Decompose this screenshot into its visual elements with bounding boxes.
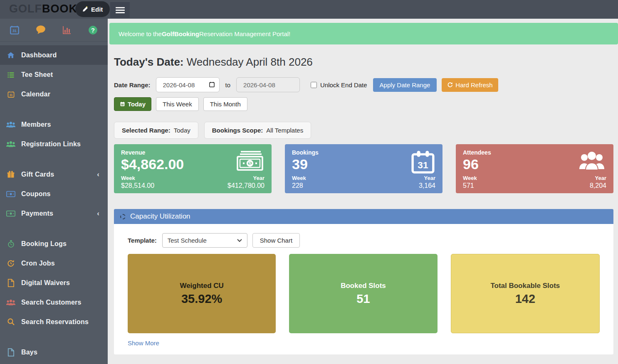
sidebar-item-dashboard[interactable]: Dashboard [0, 45, 108, 65]
sidebar-item-label: Dashboard [21, 52, 57, 59]
file-icon [5, 278, 16, 288]
revenue-year: Year$412,780.00 [227, 175, 265, 189]
sidebar-quick-icons: 31 ? [0, 19, 108, 42]
svg-text:?: ? [91, 27, 95, 33]
capacity-cards: Weighted CU 35.92% Booked Slots 51 Total… [128, 254, 600, 333]
chevron-down-icon [237, 239, 242, 242]
total-bookable-slots-label: Total Bookable Slots [490, 282, 560, 290]
todays-date-label: Today's Date: [114, 56, 184, 68]
year-label: Year [227, 175, 265, 181]
money-bill-icon: $ [236, 150, 264, 173]
banner-prefix: Welcome to the [119, 30, 162, 37]
sidebar-item-payments[interactable]: Payments ‹ [0, 204, 108, 223]
calendar-picker-icon[interactable] [209, 81, 215, 89]
hard-refresh-label: Hard Refresh [455, 81, 492, 89]
revenue-week: Week$28,514.00 [121, 175, 154, 189]
page-title: Today's Date: Wednesday April 8th 2026 [114, 56, 613, 69]
booked-slots-card: Booked Slots 51 [289, 254, 437, 333]
start-date-wrap [156, 77, 220, 92]
sidebar-item-booking-logs[interactable]: Booking Logs [0, 234, 108, 253]
today-button[interactable]: Today [114, 97, 151, 111]
hard-refresh-button[interactable]: Hard Refresh [442, 78, 498, 92]
week-value: 228 [292, 182, 306, 189]
capacity-panel-title: Capacity Utilization [130, 212, 190, 221]
attendees-week: Week571 [463, 175, 477, 189]
sidebar-item-tee-sheet[interactable]: Tee Sheet [0, 65, 108, 84]
sidebar-item-label: Payments [21, 210, 53, 217]
sidebar-item-search-reservations[interactable]: Search Reservations [0, 312, 108, 332]
show-more-link[interactable]: Show More [128, 339, 159, 347]
sidebar-item-label: Search Customers [21, 299, 82, 306]
sidebar-item-label: Digital Waivers [21, 279, 70, 287]
chevron-left-icon: ‹ [97, 171, 99, 178]
money-bill-icon [5, 189, 16, 199]
bookings-scope-value: All Templates [266, 127, 303, 134]
weighted-cu-label: Weighted CU [180, 282, 223, 290]
template-select-value: Test Schedule [168, 237, 207, 244]
sidebar-item-registration-links[interactable]: Registration Links [0, 134, 108, 154]
sidebar-item-cron-jobs[interactable]: Cron Jobs [0, 253, 108, 273]
calendar-icon: 31 [5, 90, 16, 99]
filter-pills: Selected Range:Today Bookings Scope:All … [114, 122, 613, 139]
sidebar-item-label: Search Reservations [21, 318, 89, 326]
banner-brand: GolfBooking [162, 30, 199, 37]
sidebar-item-calendar[interactable]: 31 Calendar [0, 84, 108, 104]
today-button-label: Today [128, 101, 146, 108]
sidebar-item-members[interactable]: Members [0, 115, 108, 134]
sidebar-item-label: Calendar [21, 91, 50, 98]
bookings-card: Bookings 39 31 Week228 Year3,164 [285, 144, 442, 193]
bar-chart-icon[interactable] [61, 24, 73, 36]
sidebar-section-gap [0, 154, 108, 165]
sidebar-section-gap [0, 332, 108, 342]
sidebar-item-search-customers[interactable]: Search Customers [0, 293, 108, 312]
logo-golf: GOLF [9, 2, 42, 15]
edit-button[interactable]: Edit [75, 1, 110, 17]
sidebar-item-gift-cards[interactable]: Gift Cards ‹ [0, 165, 108, 184]
top-bar: GOLFBOOKING Edit [0, 0, 618, 19]
search-icon [5, 317, 16, 327]
menu-toggle-button[interactable] [110, 2, 130, 18]
home-icon [5, 51, 16, 60]
gift-icon [5, 170, 16, 179]
spinner-icon [120, 214, 126, 219]
attendees-card: Attendees 96 Week571 Year8,204 [456, 144, 613, 193]
apply-date-range-button[interactable]: Apply Date Range [373, 78, 437, 92]
show-chart-button[interactable]: Show Chart [252, 233, 300, 248]
welcome-banner: Welcome to the GolfBooking Reservation M… [109, 23, 618, 44]
this-month-button[interactable]: This Month [203, 97, 247, 111]
this-week-button[interactable]: This Week [156, 97, 199, 111]
sidebar-item-label: Registration Links [21, 140, 81, 148]
sidebar-item-label: Booking Logs [21, 240, 67, 248]
total-bookable-slots-value: 142 [515, 292, 535, 306]
sidebar-item-coupons[interactable]: Coupons [0, 184, 108, 204]
booked-slots-value: 51 [356, 292, 370, 306]
unlock-end-date-label[interactable]: Unlock End Date [320, 81, 367, 89]
weighted-cu-card: Weighted CU 35.92% [128, 254, 276, 333]
to-label: to [225, 81, 231, 89]
date-range-label: Date Range: [114, 81, 151, 89]
sidebar-item-label: Coupons [21, 190, 51, 198]
sidebar-section-gap [0, 104, 108, 115]
template-label: Template: [128, 237, 157, 244]
sidebar-item-bays[interactable]: Bays [0, 342, 108, 362]
week-label: Week [121, 175, 154, 181]
unlock-end-date-checkbox[interactable] [311, 82, 317, 88]
file-icon [5, 348, 16, 357]
calendar-icon: 31 [411, 150, 435, 176]
attendees-year: Year8,204 [590, 175, 606, 189]
week-value: $28,514.00 [121, 182, 154, 189]
sidebar-section-gap [0, 223, 108, 234]
sidebar-item-digital-waivers[interactable]: Digital Waivers [0, 273, 108, 293]
banner-suffix: Reservation Management Portal! [199, 30, 290, 37]
svg-text:31: 31 [418, 160, 428, 170]
svg-text:31: 31 [13, 29, 17, 33]
template-select[interactable]: Test Schedule [162, 233, 247, 248]
sidebar-item-label: Gift Cards [21, 171, 54, 178]
question-icon[interactable]: ? [87, 24, 99, 36]
stat-cards: Revenue $4,862.00 $ Week$28,514.00 Year$… [114, 144, 613, 193]
money-bill-icon [5, 209, 16, 218]
refresh-icon [447, 82, 453, 88]
users-icon [578, 150, 606, 173]
comment-icon[interactable] [35, 24, 47, 36]
calendar-icon[interactable]: 31 [9, 24, 20, 36]
